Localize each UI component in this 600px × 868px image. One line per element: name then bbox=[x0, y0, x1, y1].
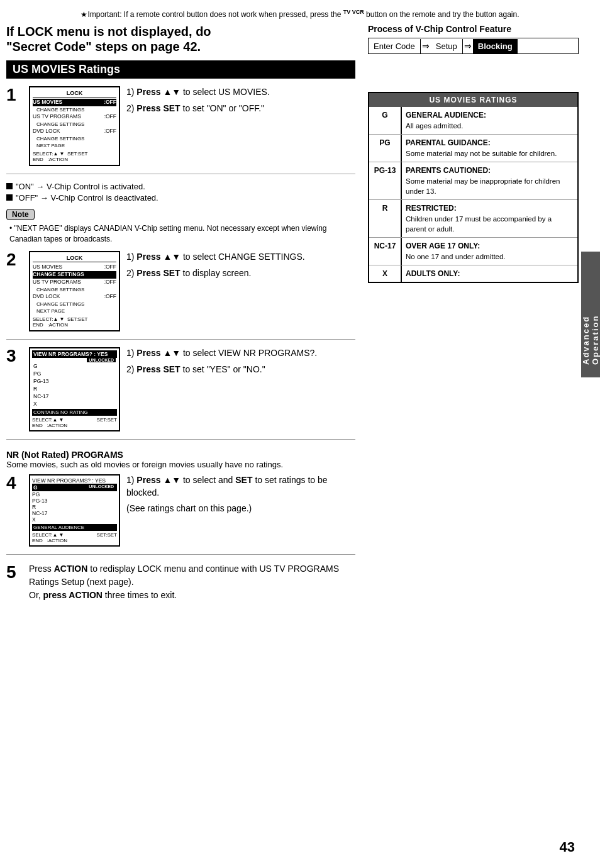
step1-screen: LOCK US MOVIES:OFF CHANGE SETTINGS US TV… bbox=[29, 86, 120, 166]
rating-row-nc17: NC-17 OVER AGE 17 ONLY: No one 17 and un… bbox=[369, 238, 577, 265]
step4-inst1: 1) Press ▲▼ to select and SET to set rat… bbox=[126, 474, 355, 499]
nr-title: NR (Not Rated) PROGRAMS bbox=[6, 450, 355, 460]
step3-screen-bottom: SELECT:▲ ▼SET:SET bbox=[32, 417, 117, 423]
step3-row-g: G bbox=[32, 362, 117, 370]
step3-top-row: VIEW NR PROGRAMS? : YES bbox=[32, 350, 117, 358]
bullet-off: "OFF" → V-Chip Control is deactivated. bbox=[6, 193, 355, 203]
rating-desc-x: ADULTS ONLY: bbox=[402, 265, 464, 282]
section-title-bar: US MOVIES Ratings bbox=[6, 60, 355, 79]
step2-screen-bottom: SELECT:▲ ▼ SET:SET bbox=[33, 316, 116, 322]
rating-desc-r: RESTRICTED: Children under 17 must be ac… bbox=[402, 200, 577, 237]
rating-row-x: X ADULTS ONLY: bbox=[369, 265, 577, 282]
important-note-text: ★Important: If a remote control button d… bbox=[81, 10, 519, 19]
step4-row-pg13: PG-13 bbox=[32, 498, 117, 504]
step5-text: Press ACTION to redisplay LOCK menu and … bbox=[29, 562, 355, 602]
step4-row-pg: PG bbox=[32, 491, 117, 498]
step2-block: 2 LOCK US MOVIES:OFF CHANGE SETTINGS US … bbox=[6, 251, 355, 340]
rating-code-pg: PG bbox=[369, 135, 402, 162]
step1-instructions: 1) Press ▲▼ to select US MOVIES. 2) Pres… bbox=[126, 86, 355, 166]
step2-screen-title: LOCK bbox=[33, 255, 116, 262]
flow-enter-code: Enter Code bbox=[369, 39, 421, 53]
step3-block: 3 VIEW NR PROGRAMS? : YES UNLOCKED G PG … bbox=[6, 347, 355, 440]
rating-code-r: R bbox=[369, 200, 402, 237]
step3-row-r: R bbox=[32, 385, 117, 392]
important-note: ★Important: If a remote control button d… bbox=[0, 6, 600, 24]
step5-number: 5 bbox=[6, 562, 25, 582]
bullet-on-text: "ON" → V-Chip Control is activated. bbox=[16, 182, 145, 191]
flow-blocking: Blocking bbox=[473, 39, 518, 53]
step1-row-dvd: DVD LOCK:OFF bbox=[33, 128, 116, 135]
step2-row-usmovies: US MOVIES:OFF bbox=[33, 264, 116, 271]
step1-row-us-movies: US MOVIES:OFF bbox=[33, 99, 116, 106]
step2-row-dvd: DVD LOCK:OFF bbox=[33, 293, 116, 301]
step3-contains-row: CONTAINS NO RATING bbox=[32, 409, 117, 416]
bullet-on: "ON" → V-Chip Control is activated. bbox=[6, 182, 355, 191]
main-content: If LOCK menu is not displayed, do "Secre… bbox=[0, 24, 600, 615]
step3-row-pg13: PG-13 bbox=[32, 377, 117, 385]
step3-screen-end: END :ACTION bbox=[32, 423, 117, 428]
step4-row-x: X bbox=[32, 516, 117, 523]
step1-screen-title: LOCK bbox=[33, 90, 116, 97]
step4-row-nc17: NC-17 bbox=[32, 510, 117, 516]
step2-screen: LOCK US MOVIES:OFF CHANGE SETTINGS US TV… bbox=[29, 251, 120, 331]
step4-screen-bottom: SELECT:▲ ▼SET:SET bbox=[32, 532, 117, 538]
step1-row-change2: CHANGE SETTINGS bbox=[33, 121, 116, 128]
step1-row-change3: CHANGE SETTINGS bbox=[33, 135, 116, 142]
bullet-sq-on bbox=[6, 183, 13, 189]
info-bullets: "ON" → V-Chip Control is activated. "OFF… bbox=[6, 182, 355, 203]
rating-code-x: X bbox=[369, 265, 402, 282]
step3-row-nc17: NC-17 bbox=[32, 392, 117, 400]
step1-row-change1: CHANGE SETTINGS bbox=[33, 106, 116, 113]
rating-desc-pg13: PARENTS CAUTIONED: Some material may be … bbox=[402, 162, 577, 199]
rating-row-pg: PG PARENTAL GUIDANCE: Some material may … bbox=[369, 135, 577, 162]
rating-code-pg13: PG-13 bbox=[369, 162, 402, 199]
rating-row-g: G GENERAL AUDIENCE: All ages admitted. bbox=[369, 107, 577, 135]
step1-inst2: 2) Press SET to set "ON" or "OFF." bbox=[126, 103, 355, 115]
bullet-off-text: "OFF" → V-Chip Control is deactivated. bbox=[16, 193, 158, 203]
lock-header: If LOCK menu is not displayed, do "Secre… bbox=[6, 24, 355, 54]
step2-instructions: 1) Press ▲▼ to select CHANGE SETTINGS. 2… bbox=[126, 251, 355, 331]
step3-instructions: 1) Press ▲▼ to select VIEW NR PROGRAMS?.… bbox=[126, 347, 355, 431]
important-text-part1: Important: If a remote control button do… bbox=[87, 10, 341, 19]
step4-screen-end: END :ACTION bbox=[32, 538, 117, 543]
step3-inst1: 1) Press ▲▼ to select VIEW NR PROGRAMS?. bbox=[126, 347, 355, 360]
step3-unlocked-badge: UNLOCKED bbox=[87, 358, 116, 362]
step2-inst1: 1) Press ▲▼ to select CHANGE SETTINGS. bbox=[126, 251, 355, 264]
sidebar-label-text: Advanced Operation bbox=[581, 264, 600, 365]
rating-row-pg13: PG-13 PARENTS CAUTIONED: Some material m… bbox=[369, 162, 577, 200]
advanced-operation-sidebar: Advanced Operation bbox=[581, 252, 600, 377]
nr-text-block: NR (Not Rated) PROGRAMS Some movies, suc… bbox=[6, 447, 355, 469]
step4-number: 4 bbox=[6, 474, 25, 547]
lock-header-line2: "Secret Code" steps on page 42. bbox=[6, 39, 355, 54]
step2-row-nextpage: NEXT PAGE bbox=[33, 308, 116, 314]
step1-screen-bottom: SELECT:▲ ▼ SET:SET bbox=[33, 151, 116, 157]
step4-unlocked-badge: UNLOCKED bbox=[87, 484, 116, 491]
step2-screen-end: END :ACTION bbox=[33, 322, 116, 328]
rating-row-r: R RESTRICTED: Children under 17 must be … bbox=[369, 200, 577, 238]
bullet-sq-off bbox=[6, 194, 13, 201]
step2-number: 2 bbox=[6, 251, 25, 331]
step4-gen-audience-row: GENERAL AUDIENCE bbox=[32, 524, 117, 531]
step4-block: 4 VIEW NR PROGRAMS? : YES G UNLOCKED PG … bbox=[6, 474, 355, 555]
flow-arrow2: ⇒ bbox=[463, 38, 473, 53]
ratings-table-header: US MOVIES RATINGS bbox=[369, 93, 577, 107]
left-column: If LOCK menu is not displayed, do "Secre… bbox=[6, 24, 365, 615]
rating-code-nc17: NC-17 bbox=[369, 238, 402, 265]
important-text-part2: button on the remote and try the button … bbox=[366, 10, 519, 19]
step3-row-pg: PG bbox=[32, 370, 117, 377]
step4-top-row: VIEW NR PROGRAMS? : YES bbox=[32, 477, 117, 484]
step1-row-nextpage: NEXT PAGE bbox=[33, 142, 116, 149]
vcr-label: TV VCR bbox=[343, 9, 364, 15]
ratings-table: US MOVIES RATINGS G GENERAL AUDIENCE: Al… bbox=[368, 92, 579, 283]
step2-row-change3: CHANGE SETTINGS bbox=[33, 301, 116, 308]
step3-screen: VIEW NR PROGRAMS? : YES UNLOCKED G PG PG… bbox=[29, 347, 120, 431]
flow-arrow1: ⇒ bbox=[421, 38, 431, 53]
step1-screen-end: END :ACTION bbox=[33, 157, 116, 162]
step4-screen: VIEW NR PROGRAMS? : YES G UNLOCKED PG PG… bbox=[29, 474, 120, 547]
page-number: 43 bbox=[560, 839, 575, 855]
step2-row-change1: CHANGE SETTINGS bbox=[33, 271, 116, 279]
step2-inst2: 2) Press SET to display screen. bbox=[126, 267, 355, 280]
step1-inst1: 1) Press ▲▼ to select US MOVIES. bbox=[126, 86, 355, 99]
step4-row-r: R bbox=[32, 504, 117, 510]
step1-row-ustv: US TV PROGRAMS:OFF bbox=[33, 113, 116, 121]
